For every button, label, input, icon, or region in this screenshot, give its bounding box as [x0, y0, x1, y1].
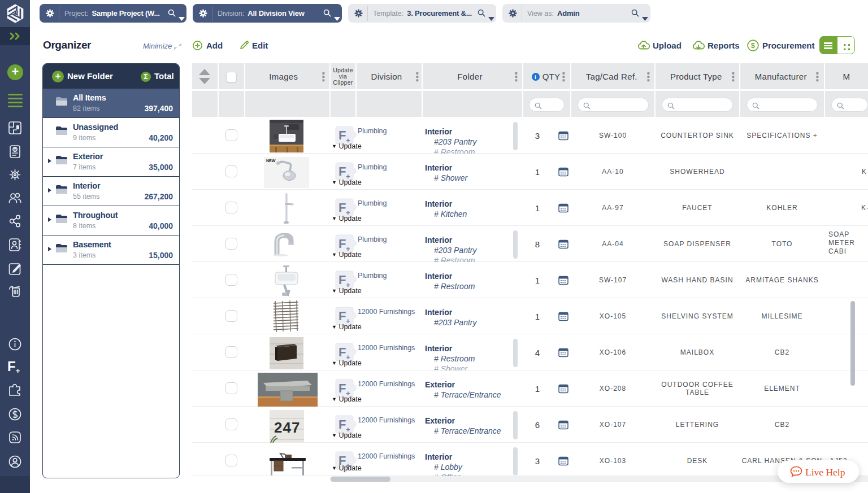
svg-text:F: F [338, 128, 346, 142]
svg-text:F: F [338, 237, 346, 251]
svg-text:F: F [338, 417, 346, 431]
svg-text:F: F [338, 309, 346, 323]
svg-text:i: i [535, 74, 536, 80]
svg-text:F: F [338, 345, 346, 359]
svg-text:247: 247 [274, 419, 300, 436]
svg-text:F: F [338, 381, 346, 395]
svg-text:F: F [338, 273, 346, 287]
svg-text:NEW: NEW [266, 159, 276, 163]
svg-text:F: F [338, 164, 346, 178]
svg-text:F: F [338, 200, 346, 215]
svg-text:$: $ [751, 42, 755, 50]
